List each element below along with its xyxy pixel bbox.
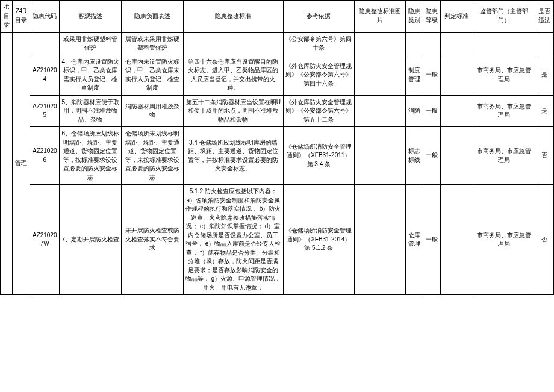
cell-img (355, 127, 406, 185)
table-row: AZ210206 6、仓储场所应划线标明墙距、垛距、主要通道、货物固定位置等，按… (1, 127, 554, 185)
cell-judge (441, 55, 473, 95)
cell-lvl: 一般 (423, 127, 441, 185)
cell-std: 第四十六条仓库应当设置醒目的防火标志。进入甲、乙类物品库区的人员应当登记，并交出… (184, 55, 283, 95)
hdr-ref: 参考依据 (283, 1, 355, 33)
cell-ref: 《仓储场所消防安全管理通则》（XFB31-2014）第 5.1.2 条 (283, 185, 355, 295)
cell-judge (441, 127, 473, 185)
cell-neg: 未开展防火检查或防火检查落实不符合要求 (122, 185, 184, 295)
cell-law: 是 (535, 55, 553, 95)
cell-law: 否 (535, 185, 553, 295)
cell-neg: 仓储场所未划线标明墙距、垛距、主要通道、货物固定位置等，未按标准要求设置必要的防… (122, 127, 184, 185)
table-row: AZ210204 4、仓库内应设置防火标识，甲、乙类仓库需实行人员登记、检查制度… (1, 55, 554, 95)
cell-cat: 制度管理 (405, 55, 423, 95)
table-row: AZ210205 5、消防器材应便于取用，周围不准堆放物品、杂物 消防器材周用堆… (1, 95, 554, 127)
cell-code: AZ210207W (30, 185, 60, 295)
cell-judge (441, 185, 473, 295)
cell-dept: 市商务局、市应急管理局 (473, 55, 535, 95)
cell-obj: 7、定期开展防火检查 (60, 185, 122, 295)
hdr-judge: 判定标准 (441, 1, 473, 33)
cell-cat: 消防 (405, 95, 423, 127)
cell-img (355, 95, 406, 127)
cell-dept: 市商务局、市应急管理局 (473, 127, 535, 185)
hdr-std: 隐患整改标准 (184, 1, 283, 33)
cell-std: 5.1.2 防火检查应包括以下内容： a）各项消防安全制度和消防安全操作规程的执… (184, 185, 283, 295)
table-header-row: -ft 目录 Z4R目录 隐患代码 客观描述 隐患负面表述 隐患整改标准 参考依… (1, 1, 554, 33)
cell-neg: 属管或未采用非燃硬塑料管保护 (122, 32, 184, 55)
cell-code: AZ210204 (30, 55, 60, 95)
hdr-z4r: Z4R目录 (13, 1, 30, 33)
hdr-seq: -ft 目录 (1, 1, 13, 33)
cell-ref: 《外仓库防火安全管理规则》《公安部令第六号》第五十二条 (283, 95, 355, 127)
cell-dept: 市商务局、市应急管理局 (473, 185, 535, 295)
cell-mgmt: 管理 (13, 32, 30, 295)
cell-judge (441, 32, 473, 55)
hdr-obj: 客观描述 (60, 1, 122, 33)
cell-law: 否 (535, 127, 553, 185)
cell-cat: 标志标线 (405, 127, 423, 185)
cell-std: 3.4 仓储场所应划线标明库房的墙距、垛距、主要通道、货物固定位置等，并按标准要… (184, 127, 283, 185)
cell-judge (441, 95, 473, 127)
cell-neg: 消防器材周用堆放杂物 (122, 95, 184, 127)
cell-std: 第五十二条消防器材应当设置在明U和便于取用的地点，周围不准堆放物品和杂物 (184, 95, 283, 127)
hdr-neg: 隐患负面表述 (122, 1, 184, 33)
cell-law (535, 32, 553, 55)
cell-cat (405, 32, 423, 55)
cell-neg: 仓库内未设置防火标识，甲、乙类仓库未实行人员登记、检查制度 (122, 55, 184, 95)
cell-dept: 市商务局、市应急管理局 (473, 95, 535, 127)
cell-seq (1, 32, 13, 295)
cell-cat: 仓库管理 (405, 185, 423, 295)
table-row: AZ210207W 7、定期开展防火检查 未开展防火检查或防火检查落实不符合要求… (1, 185, 554, 295)
hdr-img: 隐患整改标准图片 (355, 1, 406, 33)
cell-lvl: 一般 (423, 95, 441, 127)
cell-code (30, 32, 60, 55)
cell-obj: 4、仓库内应设置防火标识，甲、乙类仓库需实行人员登记、检查制度 (60, 55, 122, 95)
cell-ref: 《仓储场所消防安全管理通则》（XFB31-2011）第 3.4 条 (283, 127, 355, 185)
cell-img (355, 32, 406, 55)
cell-std (184, 32, 283, 55)
cell-code: AZ210205 (30, 95, 60, 127)
hdr-cat: 隐患类别 (405, 1, 423, 33)
hdr-law: 是否违法 (535, 1, 553, 33)
cell-obj: 或采用非燃硬塑料管保护 (60, 32, 122, 55)
cell-ref: 《公安部令第六号》第四十条 (283, 32, 355, 55)
cell-obj: 6、仓储场所应划线标明墙距、垛距、主要通道、货物固定位置等，按标准要求设设置必要… (60, 127, 122, 185)
cell-lvl: 一般 (423, 185, 441, 295)
cell-img (355, 185, 406, 295)
hdr-lvl: 隐患等级 (423, 1, 441, 33)
cell-law: 是 (535, 95, 553, 127)
cell-code: AZ210206 (30, 127, 60, 185)
cell-lvl (423, 32, 441, 55)
hdr-code: 隐患代码 (30, 1, 60, 33)
cell-obj: 5、消防器材应便于取用，周围不准堆放物品、杂物 (60, 95, 122, 127)
cell-ref: 《外仓库防火安全管理规则》《公安部令第六号》第四十六条 (283, 55, 355, 95)
cell-img (355, 55, 406, 95)
cell-lvl: 一般 (423, 55, 441, 95)
hazard-table: -ft 目录 Z4R目录 隐患代码 客观描述 隐患负面表述 隐患整改标准 参考依… (0, 0, 554, 295)
table-row: 管理 或采用非燃硬塑料管保护 属管或未采用非燃硬塑料管保护 《公安部令第六号》第… (1, 32, 554, 55)
hdr-dept: 监管部门（主管部门） (473, 1, 535, 33)
cell-dept (473, 32, 535, 55)
